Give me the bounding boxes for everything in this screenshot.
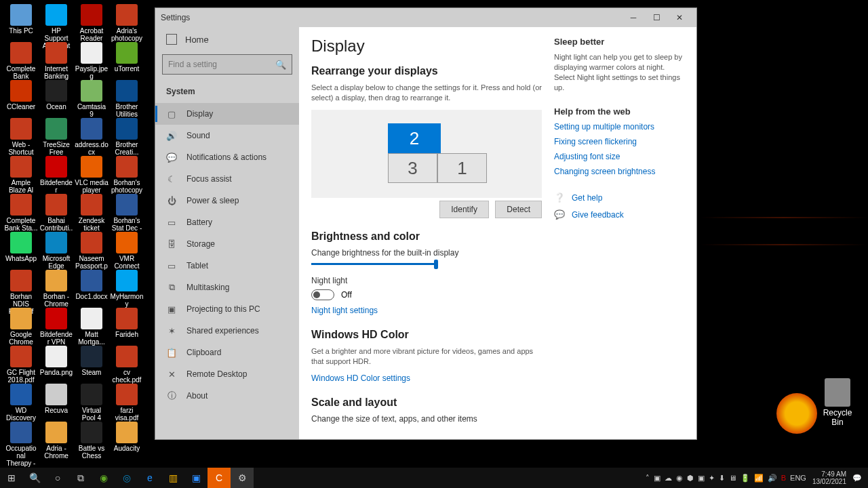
desktop-icon[interactable]: CCleaner (4, 80, 38, 110)
desktop-icon[interactable]: Microsoft Edge (39, 232, 73, 270)
desktop-icon[interactable]: VMR Connect (110, 232, 144, 270)
sidebar-item-multitasking[interactable]: ⧉Multitasking (155, 277, 299, 298)
tray-icon[interactable]: B (781, 474, 786, 482)
monitor-3[interactable]: 3 (388, 153, 437, 183)
taskbar-clock[interactable]: 7:49 AM 13/02/2021 (812, 470, 846, 485)
sidebar-item-notifications-actions[interactable]: 💬Notifications & actions (155, 146, 299, 168)
taskbar-settings[interactable]: ⚙ (231, 468, 254, 488)
tray-icon[interactable]: ☁ (665, 474, 672, 483)
desktop-icon[interactable]: MyHarmony (110, 270, 144, 308)
desktop-icon[interactable]: Audacity (110, 422, 144, 452)
tray-icon[interactable]: ⬇ (719, 474, 725, 483)
minimize-button[interactable]: ─ (622, 8, 645, 27)
media-spinner-icon[interactable] (776, 393, 817, 434)
slider-thumb[interactable] (434, 260, 438, 269)
sidebar-item-shared-experiences[interactable]: ✶Shared experiences (155, 320, 299, 342)
desktop-icon[interactable]: Recuva (39, 384, 73, 414)
desktop-icon[interactable]: Google Chrome (4, 308, 38, 346)
start-button[interactable]: ⊞ (0, 468, 23, 488)
tray-wifi-icon[interactable]: 📶 (754, 474, 764, 483)
desktop-icon[interactable]: Bitdefender VPN (39, 308, 73, 346)
tray-icon[interactable]: ▣ (654, 474, 660, 483)
desktop-icon[interactable]: address.docx (75, 118, 108, 156)
recycle-bin[interactable]: Recycle Bin (821, 378, 854, 427)
get-help-link[interactable]: ❔ Get help (554, 192, 687, 203)
taskbar-ie[interactable]: e (138, 468, 161, 488)
tray-nvidia-icon[interactable]: ◉ (676, 474, 683, 483)
desktop-icon[interactable]: Battle vs Chess (75, 422, 108, 460)
desktop-icon[interactable]: Occupational Therapy - T... (4, 422, 38, 474)
desktop-icon[interactable]: WD Discovery (4, 384, 38, 422)
sidebar-item-remote-desktop[interactable]: ✕Remote Desktop (155, 363, 299, 385)
sidebar-item-power-sleep[interactable]: ⏻Power & sleep (155, 190, 299, 211)
sidebar-item-storage[interactable]: 🗄Storage (155, 233, 299, 255)
tray-lang[interactable]: ENG (790, 474, 806, 482)
desktop-icon[interactable]: TreeSize Free (39, 118, 73, 156)
help-link[interactable]: Setting up multiple monitors (554, 122, 687, 131)
desktop-icon[interactable]: VLC media player (75, 156, 108, 194)
detect-button[interactable]: Detect (495, 201, 542, 218)
tray-icon[interactable]: ⬢ (687, 474, 694, 483)
sidebar-item-tablet[interactable]: ▭Tablet (155, 255, 299, 277)
tray-volume-icon[interactable]: 🔊 (768, 474, 777, 483)
desktop-icon[interactable]: Panda.png (39, 346, 73, 376)
tray-icon[interactable]: 🖥 (729, 474, 736, 482)
desktop-icon[interactable]: cv check.pdf (110, 346, 144, 384)
sidebar-item-sound[interactable]: 🔊Sound (155, 125, 299, 146)
monitor-2[interactable]: 2 (388, 123, 441, 153)
help-link[interactable]: Adjusting font size (554, 152, 687, 161)
desktop-icon[interactable]: Borhan - Chrome (39, 270, 73, 308)
hdr-settings-link[interactable]: Windows HD Color settings (311, 373, 410, 383)
tray-icon[interactable]: ✦ (709, 474, 715, 483)
taskbar-app[interactable]: ◉ (92, 468, 115, 488)
sidebar-item-battery[interactable]: ▭Battery (155, 211, 299, 233)
sidebar-item-about[interactable]: ⓘAbout (155, 385, 299, 407)
display-arrangement-box[interactable]: 231 (311, 110, 542, 198)
desktop-icon[interactable]: Complete Bank Sta... (4, 194, 38, 232)
desktop-icon[interactable]: farzi visa.pdf (110, 384, 144, 422)
system-tray[interactable]: ˄ ▣ ☁ ◉ ⬢ ▣ ✦ ⬇ 🖥 🔋 📶 🔊 B ENG 7:49 AM 13… (644, 470, 868, 485)
desktop-icon[interactable]: Ocean (39, 80, 73, 110)
desktop-icon[interactable]: This PC (4, 4, 38, 35)
desktop-icon[interactable]: Brother Utilities (110, 80, 144, 118)
sidebar-item-clipboard[interactable]: 📋Clipboard (155, 342, 299, 363)
desktop-icon[interactable]: Doc1.docx (75, 270, 108, 300)
home-button[interactable]: Home (155, 27, 299, 52)
titlebar[interactable]: Settings ─ ☐ ✕ (155, 8, 696, 27)
give-feedback-link[interactable]: 💬 Give feedback (554, 209, 687, 220)
search-button[interactable]: 🔍 (23, 468, 46, 488)
help-link[interactable]: Changing screen brightness (554, 167, 687, 176)
nightlight-settings-link[interactable]: Night light settings (311, 306, 378, 315)
desktop-icon[interactable]: Virtual Pool 4 (75, 384, 108, 422)
close-button[interactable]: ✕ (668, 8, 691, 27)
nightlight-toggle[interactable] (311, 289, 334, 300)
search-input[interactable] (168, 60, 275, 69)
taskbar-edge[interactable]: ◎ (115, 468, 138, 488)
taskbar-camtasia[interactable]: C (208, 468, 231, 488)
desktop-icon[interactable]: Matt Mortga... (75, 308, 108, 346)
desktop-icon[interactable]: WhatsApp (4, 232, 38, 262)
desktop-icon[interactable]: GC Flight 2018.pdf (4, 346, 38, 384)
cortana-button[interactable]: ○ (46, 468, 69, 488)
desktop-icon[interactable]: Farideh (110, 308, 144, 338)
sidebar-item-projecting-to-this-pc[interactable]: ▣Projecting to this PC (155, 298, 299, 320)
desktop-icon[interactable]: Web - Shortcut (4, 118, 38, 156)
monitor-1[interactable]: 1 (437, 153, 487, 183)
notifications-icon[interactable]: 💬 (852, 474, 862, 483)
taskview-button[interactable]: ⧉ (69, 468, 92, 488)
desktop-icon[interactable]: Brother Creati... (110, 118, 144, 156)
sidebar-item-focus-assist[interactable]: ☾Focus assist (155, 168, 299, 190)
help-link[interactable]: Fixing screen flickering (554, 137, 687, 146)
maximize-button[interactable]: ☐ (645, 8, 668, 27)
identify-button[interactable]: Identify (439, 201, 489, 218)
tray-battery-icon[interactable]: 🔋 (741, 474, 750, 483)
desktop-icon[interactable]: Bitdefender (39, 156, 73, 194)
desktop-icon[interactable]: Payslip.jpeg (75, 42, 108, 80)
search-box[interactable]: 🔍 (162, 54, 292, 75)
desktop-icon[interactable]: Adria - Chrome (39, 422, 73, 460)
desktop-icon[interactable]: Steam (75, 346, 108, 376)
tray-icon[interactable]: ▣ (698, 474, 705, 483)
taskbar-zoom[interactable]: ▣ (184, 468, 208, 488)
desktop-icon[interactable]: uTorrent (110, 42, 144, 73)
taskbar-explorer[interactable]: ▥ (161, 468, 184, 488)
